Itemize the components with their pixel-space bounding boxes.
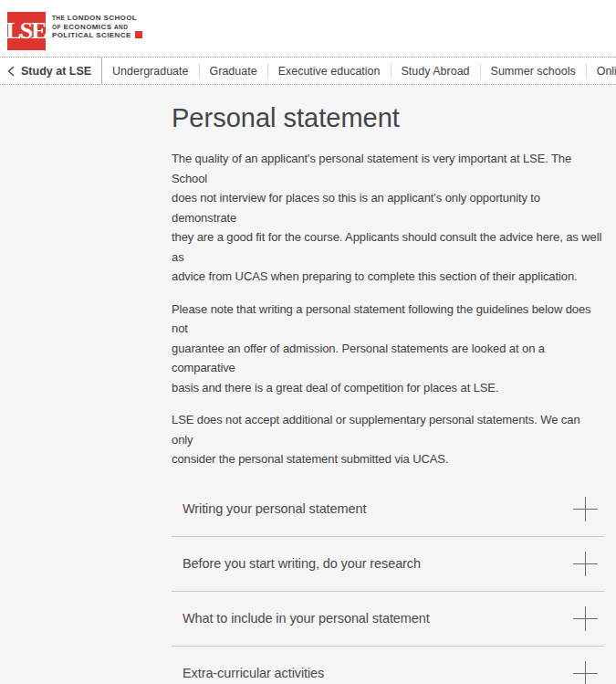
nav-item-undergraduate[interactable]: Undergraduate [102,58,198,84]
nav-item-label: Undergraduate [112,65,188,78]
wordmark-line-2: OF ECONOMICS AND [52,23,142,32]
lse-logo[interactable]: LSE [7,12,46,50]
nav-item-online-certificate-courses[interactable]: Online certificate courses [587,58,616,84]
plus-icon[interactable] [573,661,598,684]
accordion-item-extra-curricular[interactable]: Extra-curricular activities [172,647,604,684]
accordion-item-label: What to include in your personal stateme… [183,611,430,626]
wordmark-of: OF [52,24,61,30]
lse-wordmark: THE LONDON SCHOOL OF ECONOMICS AND POLIT… [52,14,142,40]
section-nav: Study at LSE Undergraduate Graduate Exec… [0,57,616,85]
page-title: Personal statement [172,102,604,133]
nav-item-summer-schools[interactable]: Summer schools [481,58,586,84]
wordmark-line-3: POLITICAL SCIENCE [52,31,142,40]
main-content: Personal statement The quality of an app… [0,85,616,684]
plus-icon[interactable] [573,552,598,576]
nav-item-study-at-lse[interactable]: Study at LSE [0,58,101,84]
red-square-icon [135,31,142,38]
wordmark-london-school: LONDON SCHOOL [68,14,137,22]
plus-icon[interactable] [573,497,598,521]
accordion-item-label: Extra-curricular activities [183,666,324,680]
accordion-item-label: Before you start writing, do your resear… [183,556,421,571]
chevron-left-icon [7,66,15,77]
nav-item-graduate[interactable]: Graduate [200,58,267,84]
lse-logo-acronym: LSE [5,17,45,45]
wordmark-economics: ECONOMICS [63,23,111,31]
note-paragraph: Please note that writing a personal stat… [172,300,604,398]
wordmark-political-science: POLITICAL SCIENCE [52,31,131,39]
ucas-paragraph: LSE does not accept additional or supple… [172,410,604,469]
nav-item-label: Graduate [210,65,257,78]
site-header: LSE THE LONDON SCHOOL OF ECONOMICS AND P… [0,0,616,57]
nav-item-label: Online certificate courses [597,65,616,78]
accordion: Writing your personal statement Before y… [172,482,604,684]
plus-icon[interactable] [573,606,598,631]
wordmark-and: AND [114,24,128,30]
wordmark-line-1: THE LONDON SCHOOL [52,14,142,23]
intro-paragraph: The quality of an applicant's personal s… [172,149,604,287]
accordion-item-writing[interactable]: Writing your personal statement [172,482,604,537]
nav-item-label: Study at LSE [21,65,91,78]
nav-item-label: Executive education [278,65,381,78]
accordion-item-what-to-include[interactable]: What to include in your personal stateme… [172,592,604,647]
accordion-item-label: Writing your personal statement [183,501,366,516]
nav-item-label: Summer schools [491,65,576,78]
wordmark-the: THE [52,15,65,21]
accordion-item-research[interactable]: Before you start writing, do your resear… [172,537,604,592]
nav-item-executive-education[interactable]: Executive education [268,58,391,84]
nav-item-label: Study Abroad [402,65,470,78]
nav-item-study-abroad[interactable]: Study Abroad [392,58,480,84]
